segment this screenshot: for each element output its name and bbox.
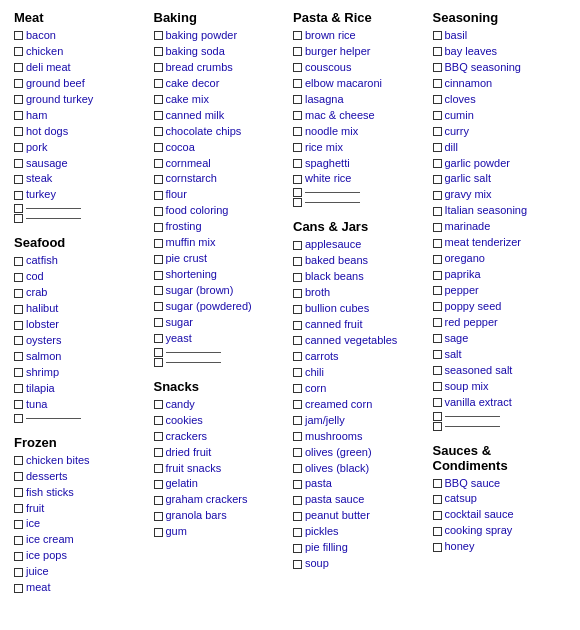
checkbox-icon[interactable] [293, 143, 302, 152]
checkbox-icon[interactable] [14, 214, 23, 223]
checkbox-icon[interactable] [14, 31, 23, 40]
list-item[interactable]: Italian seasoning [433, 203, 567, 219]
list-item[interactable]: honey [433, 539, 567, 555]
checkbox-icon[interactable] [433, 239, 442, 248]
checkbox-icon[interactable] [154, 302, 163, 311]
checkbox-icon[interactable] [433, 398, 442, 407]
checkbox-icon[interactable] [14, 257, 23, 266]
list-item[interactable]: gravy mix [433, 187, 567, 203]
checkbox-icon[interactable] [154, 79, 163, 88]
checkbox-icon[interactable] [14, 111, 23, 120]
checkbox-icon[interactable] [293, 241, 302, 250]
checkbox-icon[interactable] [433, 302, 442, 311]
checkbox-icon[interactable] [14, 400, 23, 409]
list-item[interactable]: lobster [14, 317, 148, 333]
checkbox-icon[interactable] [14, 47, 23, 56]
list-item[interactable]: paprika [433, 267, 567, 283]
checkbox-icon[interactable] [293, 432, 302, 441]
list-item[interactable]: cooking spray [433, 523, 567, 539]
checkbox-icon[interactable] [14, 305, 23, 314]
checkbox-icon[interactable] [14, 536, 23, 545]
list-item[interactable]: halibut [14, 301, 148, 317]
checkbox-icon[interactable] [14, 414, 23, 423]
checkbox-icon[interactable] [433, 350, 442, 359]
list-item[interactable]: garlic powder [433, 156, 567, 172]
list-item[interactable]: pepper [433, 283, 567, 299]
list-item[interactable]: tuna [14, 397, 148, 413]
list-item[interactable]: bay leaves [433, 44, 567, 60]
checkbox-icon[interactable] [154, 480, 163, 489]
checkbox-icon[interactable] [433, 223, 442, 232]
list-item[interactable]: baking soda [154, 44, 288, 60]
list-item[interactable]: sugar (powdered) [154, 299, 288, 315]
checkbox-icon[interactable] [433, 479, 442, 488]
checkbox-icon[interactable] [154, 528, 163, 537]
checkbox-icon[interactable] [154, 175, 163, 184]
checkbox-icon[interactable] [154, 334, 163, 343]
checkbox-icon[interactable] [293, 111, 302, 120]
checkbox-icon[interactable] [14, 143, 23, 152]
checkbox-icon[interactable] [293, 560, 302, 569]
checkbox-icon[interactable] [433, 143, 442, 152]
list-item[interactable]: gum [154, 524, 288, 540]
list-item[interactable]: jam/jelly [293, 413, 427, 429]
checkbox-icon[interactable] [14, 127, 23, 136]
list-item[interactable]: rice mix [293, 140, 427, 156]
list-item[interactable]: sage [433, 331, 567, 347]
list-item[interactable]: cake mix [154, 92, 288, 108]
checkbox-icon[interactable] [433, 271, 442, 280]
checkbox-icon[interactable] [293, 352, 302, 361]
checkbox-icon[interactable] [433, 366, 442, 375]
list-item[interactable]: granola bars [154, 508, 288, 524]
checkbox-icon[interactable] [14, 204, 23, 213]
list-item[interactable]: carrots [293, 349, 427, 365]
checkbox-icon[interactable] [14, 63, 23, 72]
list-item[interactable]: creamed corn [293, 397, 427, 413]
list-item[interactable]: BBQ sauce [433, 476, 567, 492]
checkbox-icon[interactable] [14, 368, 23, 377]
checkbox-icon[interactable] [293, 127, 302, 136]
list-item[interactable]: yeast [154, 331, 288, 347]
checkbox-icon[interactable] [433, 286, 442, 295]
list-item[interactable]: turkey [14, 187, 148, 203]
list-item[interactable]: graham crackers [154, 492, 288, 508]
checkbox-icon[interactable] [293, 159, 302, 168]
checkbox-icon[interactable] [433, 95, 442, 104]
list-item[interactable]: seasoned salt [433, 363, 567, 379]
checkbox-icon[interactable] [14, 175, 23, 184]
list-item[interactable]: spaghetti [293, 156, 427, 172]
list-item[interactable]: baked beans [293, 253, 427, 269]
list-item[interactable]: red pepper [433, 315, 567, 331]
checkbox-icon[interactable] [433, 543, 442, 552]
checkbox-icon[interactable] [14, 520, 23, 529]
list-item[interactable]: noodle mix [293, 124, 427, 140]
list-item[interactable]: ham [14, 108, 148, 124]
list-item[interactable]: meat [14, 580, 148, 596]
checkbox-icon[interactable] [154, 47, 163, 56]
checkbox-icon[interactable] [433, 175, 442, 184]
list-item[interactable]: curry [433, 124, 567, 140]
checkbox-icon[interactable] [154, 111, 163, 120]
checkbox-icon[interactable] [433, 159, 442, 168]
checkbox-icon[interactable] [293, 188, 302, 197]
list-item[interactable]: bacon [14, 28, 148, 44]
checkbox-icon[interactable] [14, 336, 23, 345]
list-item[interactable]: peanut butter [293, 508, 427, 524]
checkbox-icon[interactable] [154, 143, 163, 152]
checkbox-icon[interactable] [14, 488, 23, 497]
checkbox-icon[interactable] [433, 382, 442, 391]
list-item[interactable]: salt [433, 347, 567, 363]
checkbox-icon[interactable] [433, 334, 442, 343]
checkbox-icon[interactable] [293, 321, 302, 330]
checkbox-icon[interactable] [293, 336, 302, 345]
list-item[interactable]: ice cream [14, 532, 148, 548]
list-item[interactable]: shortening [154, 267, 288, 283]
list-item[interactable]: hot dogs [14, 124, 148, 140]
checkbox-icon[interactable] [14, 159, 23, 168]
checkbox-icon[interactable] [154, 159, 163, 168]
checkbox-icon[interactable] [14, 289, 23, 298]
list-item[interactable]: chicken bites [14, 453, 148, 469]
list-item[interactable]: oregano [433, 251, 567, 267]
list-item[interactable]: dill [433, 140, 567, 156]
list-item[interactable]: sugar [154, 315, 288, 331]
